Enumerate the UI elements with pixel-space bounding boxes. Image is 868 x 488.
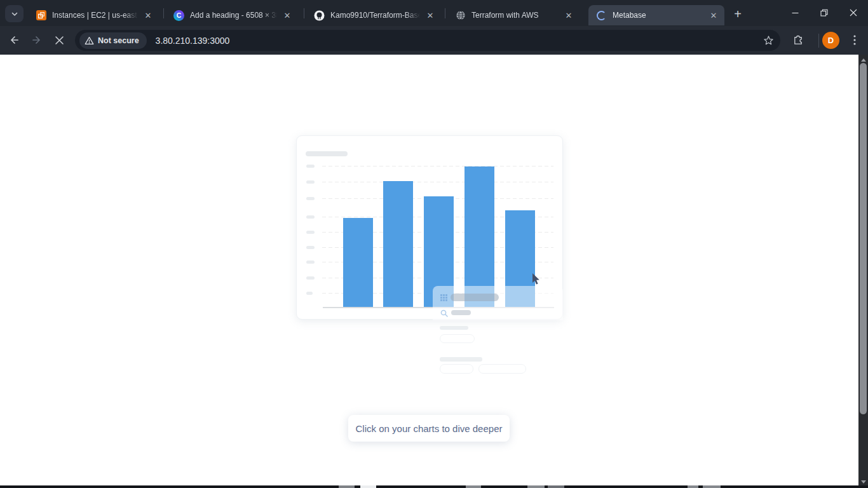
chevron-down-icon bbox=[11, 10, 18, 18]
bookmark-button[interactable] bbox=[760, 32, 776, 49]
tab-close-icon[interactable]: ✕ bbox=[281, 10, 293, 21]
skeleton-pill bbox=[440, 364, 473, 374]
taskbar-icon-edge bbox=[548, 485, 564, 488]
address-bar[interactable]: Not secure 3.80.210.139:3000 bbox=[75, 30, 780, 51]
canva-icon: C bbox=[173, 10, 184, 21]
tab-close-icon[interactable]: ✕ bbox=[563, 10, 574, 21]
github-icon bbox=[314, 10, 325, 21]
tab-title: Metabase bbox=[613, 11, 705, 20]
tab-metabase-active[interactable]: Metabase ✕ bbox=[588, 5, 724, 25]
tab-terraform-aws[interactable]: Terraform with AWS ✕ bbox=[447, 5, 580, 25]
aws-ec2-icon bbox=[36, 10, 46, 21]
taskbar-icon-edge bbox=[466, 485, 481, 488]
scrollbar-thumb[interactable] bbox=[860, 63, 867, 414]
url-text: 3.80.210.139:3000 bbox=[156, 36, 760, 46]
loading-tooltip-text: Click on your charts to dive deeper bbox=[356, 423, 503, 434]
popover-item-skeleton bbox=[451, 310, 471, 315]
tab-github-terraform[interactable]: Kamo9910/Terraform-Based ✕ bbox=[306, 5, 441, 25]
tab-separator bbox=[163, 8, 164, 18]
browser-window: Instances | EC2 | us-east-1 ✕ C Add a he… bbox=[0, 0, 868, 488]
browser-menu-button[interactable] bbox=[845, 30, 864, 50]
chart-bars bbox=[297, 136, 564, 307]
tab-instances-ec2[interactable]: Instances | EC2 | us-east-1 ✕ bbox=[28, 5, 159, 25]
extensions-button[interactable] bbox=[789, 30, 808, 50]
loading-tooltip: Click on your charts to dive deeper bbox=[348, 415, 510, 442]
globe-icon bbox=[455, 10, 466, 21]
forward-button[interactable] bbox=[27, 30, 46, 50]
window-restore-button[interactable] bbox=[810, 0, 839, 25]
close-icon bbox=[850, 9, 857, 17]
placeholder-chart-card bbox=[296, 135, 563, 320]
triangle-up-icon bbox=[861, 58, 866, 62]
taskbar-edge bbox=[0, 485, 868, 488]
tab-title: Terraform with AWS bbox=[471, 11, 560, 20]
forward-arrow-icon bbox=[31, 34, 43, 46]
taskbar-icon-edge bbox=[339, 485, 355, 488]
chart-bar bbox=[383, 181, 413, 307]
browser-toolbar: Not secure 3.80.210.139:3000 D bbox=[0, 26, 868, 55]
triangle-down-icon bbox=[861, 480, 866, 484]
stop-loading-button[interactable] bbox=[50, 30, 69, 50]
restore-icon bbox=[820, 9, 828, 17]
metabase-loading-page: Click on your charts to dive deeper bbox=[0, 55, 858, 488]
new-tab-button[interactable]: + bbox=[728, 5, 747, 23]
cursor-pointer-icon bbox=[532, 273, 540, 285]
zoom-in-icon bbox=[440, 309, 448, 317]
tab-close-icon[interactable]: ✕ bbox=[142, 10, 154, 21]
stop-x-icon bbox=[55, 36, 64, 45]
puzzle-icon bbox=[792, 34, 804, 46]
kebab-menu-icon bbox=[853, 35, 856, 45]
window-minimize-button[interactable] bbox=[780, 0, 810, 25]
skeleton-bar bbox=[440, 357, 482, 362]
loading-spinner-icon bbox=[596, 10, 607, 21]
star-icon bbox=[763, 35, 774, 46]
taskbar-icon-edge bbox=[688, 485, 698, 488]
taskbar-icon-edge bbox=[703, 485, 721, 488]
profile-avatar[interactable]: D bbox=[822, 32, 839, 49]
tab-search-button[interactable] bbox=[5, 5, 24, 22]
skeleton-bar bbox=[440, 326, 468, 330]
taskbar-icon-edge bbox=[527, 485, 545, 488]
window-close-button[interactable] bbox=[839, 0, 868, 25]
back-button[interactable] bbox=[4, 30, 24, 50]
security-chip[interactable]: Not secure bbox=[79, 32, 147, 49]
drill-popover-skeleton bbox=[433, 286, 563, 320]
table-grid-icon bbox=[440, 294, 447, 301]
minimize-icon bbox=[792, 10, 799, 17]
skeleton-pill bbox=[440, 334, 475, 343]
popover-item-skeleton bbox=[451, 294, 499, 301]
tab-canva-heading[interactable]: C Add a heading - 6508 × 380 ✕ bbox=[166, 5, 298, 25]
tab-title: Instances | EC2 | us-east-1 bbox=[52, 11, 140, 20]
toolbar-divider bbox=[818, 34, 819, 48]
tab-title: Kamo9910/Terraform-Based bbox=[330, 11, 422, 20]
warning-triangle-icon bbox=[85, 36, 94, 45]
taskbar-icon-edge bbox=[360, 485, 376, 488]
tab-title: Add a heading - 6508 × 380 bbox=[190, 11, 279, 20]
skeleton-pill bbox=[478, 364, 526, 374]
tab-close-icon[interactable]: ✕ bbox=[708, 10, 719, 21]
tab-close-icon[interactable]: ✕ bbox=[424, 10, 436, 21]
chart-bar bbox=[343, 218, 373, 307]
tab-separator bbox=[445, 8, 445, 18]
tab-separator bbox=[304, 8, 304, 18]
security-chip-label: Not secure bbox=[98, 36, 139, 45]
page-scrollbar[interactable] bbox=[858, 55, 868, 488]
back-arrow-icon bbox=[8, 34, 20, 46]
tab-strip: Instances | EC2 | us-east-1 ✕ C Add a he… bbox=[0, 0, 868, 26]
